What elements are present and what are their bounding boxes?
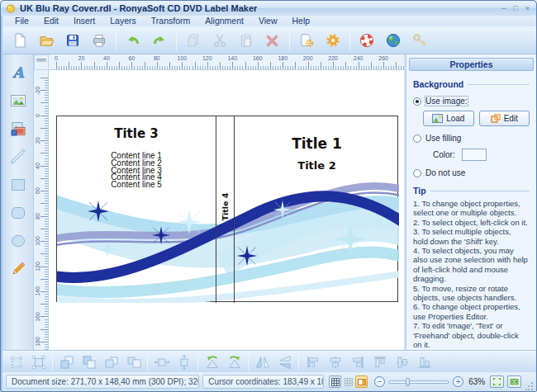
center-horizontally-icon	[154, 354, 170, 371]
freehand-tool-button[interactable]	[6, 257, 31, 280]
color-swatch[interactable]	[462, 149, 487, 161]
menu-transform[interactable]: Transform	[144, 16, 197, 26]
delete-button[interactable]	[260, 29, 285, 52]
align-center-button[interactable]	[325, 353, 345, 371]
open-button[interactable]	[34, 29, 59, 52]
new-document-button[interactable]	[7, 29, 32, 52]
document-page[interactable]: Title 3 Content line 1Content line 2Cont…	[56, 116, 398, 302]
page-setup-button[interactable]	[294, 29, 319, 52]
image-tool-button[interactable]	[6, 89, 31, 111]
menu-insert[interactable]: Insert	[66, 16, 102, 26]
use-image-option[interactable]: Use image:	[413, 97, 530, 106]
cut-icon	[211, 32, 228, 49]
status-bar: Document size: 271,70 x 148,40 mm (300 D…	[2, 372, 536, 391]
ruler-label: 20	[78, 55, 85, 61]
delete-icon	[264, 32, 281, 49]
minimize-button[interactable]: –	[501, 4, 506, 12]
zoom-out-button[interactable]: −	[374, 376, 385, 387]
settings-button[interactable]	[321, 29, 345, 52]
snap-to-grid-toggle[interactable]	[342, 375, 354, 388]
zoom-slider-thumb[interactable]	[406, 378, 410, 386]
spine-title[interactable]: Title 4	[216, 191, 234, 221]
close-button[interactable]: ×	[525, 4, 530, 12]
vertical-ruler: -20020406080100120140160180	[34, 70, 49, 351]
save-button[interactable]	[60, 29, 85, 52]
menu-help[interactable]: Help	[285, 16, 318, 26]
flip-vertical-button[interactable]	[274, 353, 295, 371]
use-filling-option[interactable]: Use filling	[413, 134, 530, 143]
copy-button[interactable]	[181, 29, 206, 52]
edit-image-button[interactable]: Edit	[479, 111, 530, 126]
back-cover-content[interactable]: Content line 1Content line 2Content line…	[57, 153, 216, 189]
radio-icon[interactable]	[413, 135, 421, 143]
fit-page-button[interactable]	[490, 375, 504, 388]
ruler-label: 120	[202, 55, 212, 61]
ellipse-tool-button[interactable]	[6, 229, 31, 252]
main-toolbar	[2, 26, 536, 54]
radio-selected-icon[interactable]	[413, 97, 421, 106]
menu-layers[interactable]: Layers	[102, 16, 144, 26]
radio-icon[interactable]	[413, 169, 421, 177]
back-cover-title[interactable]: Title 3	[57, 126, 216, 141]
rotate-objects-button[interactable]	[28, 353, 49, 371]
center-horizontally-button[interactable]	[151, 353, 172, 371]
front-cover-title[interactable]: Title 1	[235, 135, 399, 152]
ruler-label: 160	[253, 55, 263, 61]
ruler-label: 180	[35, 335, 40, 348]
align-top-button[interactable]	[369, 353, 390, 371]
rectangle-tool-button[interactable]	[6, 173, 31, 196]
ruler-label: 180	[278, 55, 288, 61]
line-tool-button[interactable]	[6, 145, 31, 168]
cut-button[interactable]	[207, 29, 232, 52]
menu-view[interactable]: View	[251, 16, 285, 26]
menu-file[interactable]: File	[7, 16, 36, 26]
license-key-button[interactable]	[407, 29, 432, 52]
clipart-tool-button[interactable]	[6, 117, 31, 139]
bring-forward-button[interactable]	[101, 353, 121, 371]
properties-panel-header[interactable]: Properties	[409, 58, 534, 71]
maximize-button[interactable]: □	[513, 4, 517, 12]
align-left-button[interactable]	[302, 353, 323, 371]
canvas-area[interactable]: Title 3 Content line 1Content line 2Cont…	[49, 70, 404, 351]
toolbar-separator	[298, 355, 299, 370]
flip-horizontal-icon	[254, 354, 271, 371]
align-right-button[interactable]	[347, 353, 368, 371]
menu-edit[interactable]: Edit	[36, 16, 66, 26]
website-button[interactable]	[381, 29, 406, 52]
do-not-use-option[interactable]: Do not use	[413, 168, 530, 177]
front-cover-subtitle[interactable]: Title 2	[235, 159, 399, 172]
title-bar[interactable]: UK Blu Ray Cover.rdl - RonyaSoft CD DVD …	[1, 1, 536, 16]
zoom-slider[interactable]	[388, 380, 449, 384]
rotate-right-button[interactable]	[224, 353, 245, 371]
menu-alignment[interactable]: Alignment	[197, 16, 251, 26]
rotate-left-button[interactable]	[202, 353, 222, 371]
show-grid-toggle[interactable]	[329, 375, 341, 388]
toolbar-separator	[349, 31, 350, 50]
zoom-in-button[interactable]: +	[453, 376, 463, 387]
text-tool-button[interactable]: A	[6, 61, 31, 83]
rounded-rectangle-tool-button[interactable]	[6, 201, 31, 224]
undo-button[interactable]	[121, 29, 145, 52]
toolbar-separator	[116, 31, 116, 50]
help-button[interactable]	[354, 29, 379, 52]
tip-line: 7. To edit 'Image', 'Text' or 'Freehand'…	[413, 321, 528, 349]
properties-panel-toggle[interactable]	[355, 375, 368, 388]
center-vertically-button[interactable]	[173, 353, 194, 371]
send-to-back-button[interactable]	[78, 353, 99, 371]
bring-to-front-button[interactable]	[56, 353, 77, 371]
align-bottom-button[interactable]	[414, 353, 435, 371]
send-backward-button[interactable]	[123, 353, 144, 371]
freehand-pencil-icon	[9, 260, 27, 278]
grid-icon	[331, 378, 340, 386]
panel-icon	[358, 378, 366, 386]
align-middle-button[interactable]	[392, 353, 412, 371]
redo-button[interactable]	[147, 29, 172, 52]
paste-button[interactable]	[234, 29, 259, 52]
fit-width-button[interactable]	[507, 375, 521, 388]
select-objects-button[interactable]	[6, 353, 26, 371]
load-image-button[interactable]: Load	[423, 111, 474, 126]
flip-horizontal-button[interactable]	[252, 353, 273, 371]
print-button[interactable]	[87, 29, 112, 52]
resize-grip[interactable]	[525, 380, 533, 391]
ruler-label: 200	[303, 55, 313, 61]
